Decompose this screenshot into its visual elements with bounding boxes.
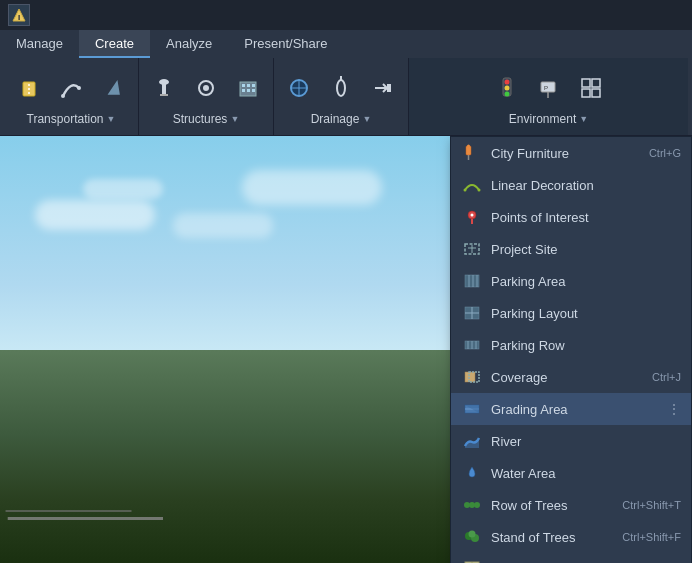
svg-rect-31 [582, 79, 590, 87]
svg-point-39 [478, 189, 481, 192]
drainage-circle-btn[interactable] [280, 68, 318, 108]
svg-point-4 [61, 94, 65, 98]
transportation-curve-btn[interactable] [52, 68, 90, 108]
title-bar: I [0, 0, 692, 30]
parking-row-icon [461, 334, 483, 356]
dropdown-menu: City Furniture Ctrl+G Linear Decoration [450, 136, 692, 563]
svg-rect-32 [592, 79, 600, 87]
environment-label[interactable]: Environment ▼ [509, 112, 588, 126]
structures-building-btn[interactable] [229, 68, 267, 108]
drainage-arrow-btn[interactable] [364, 68, 402, 108]
nav-manage[interactable]: Manage [0, 30, 79, 58]
toolbar: Transportation ▼ [0, 58, 692, 136]
transportation-label[interactable]: Transportation ▼ [27, 112, 116, 126]
structures-lamp-btn[interactable] [145, 68, 183, 108]
drainage-pipe-btn[interactable] [322, 68, 360, 108]
menu-item-parcel[interactable]: Parcel [451, 553, 691, 563]
menu-item-water-area[interactable]: Water Area [451, 457, 691, 489]
svg-rect-15 [242, 89, 245, 92]
structures-circle-btn[interactable] [187, 68, 225, 108]
parking-area-icon [461, 270, 483, 292]
nav-create[interactable]: Create [79, 30, 150, 58]
row-of-trees-icon [461, 494, 483, 516]
menu-item-grading-area[interactable]: Grading Area ⋮ [451, 393, 691, 425]
drainage-chevron: ▼ [362, 114, 371, 124]
menu-item-row-of-trees[interactable]: Row of Trees Ctrl+Shift+T [451, 489, 691, 521]
toolbar-group-environment: P Environment ▼ [409, 58, 688, 135]
transportation-shape-btn[interactable] [94, 68, 132, 108]
city-furniture-icon [461, 142, 483, 164]
grading-area-icon [461, 398, 483, 420]
svg-rect-17 [252, 89, 255, 92]
svg-point-62 [474, 502, 480, 508]
menu-item-parking-area[interactable]: Parking Area [451, 265, 691, 297]
svg-rect-34 [592, 89, 600, 97]
menu-item-stand-of-trees[interactable]: Stand of Trees Ctrl+Shift+F [451, 521, 691, 553]
svg-rect-12 [242, 84, 245, 87]
environment-traffic-btn[interactable] [488, 68, 526, 108]
menu-item-coverage[interactable]: Coverage Ctrl+J [451, 361, 691, 393]
coverage-icon [461, 366, 483, 388]
top-nav: Manage Create Analyze Present/Share [0, 30, 692, 58]
menu-item-points-of-interest[interactable]: Points of Interest [451, 201, 691, 233]
menu-item-linear-decoration[interactable]: Linear Decoration [451, 169, 691, 201]
menu-item-city-furniture[interactable]: City Furniture Ctrl+G [451, 137, 691, 169]
svg-rect-8 [160, 94, 168, 96]
parking-layout-icon [461, 302, 483, 324]
menu-item-project-site[interactable]: Project Site [451, 233, 691, 265]
parcel-icon [461, 558, 483, 563]
svg-point-65 [469, 531, 476, 538]
transportation-chevron: ▼ [107, 114, 116, 124]
linear-decoration-icon [461, 174, 483, 196]
svg-text:P: P [544, 85, 548, 91]
svg-rect-33 [582, 89, 590, 97]
main-content: City Furniture Ctrl+G Linear Decoration [0, 136, 692, 563]
svg-point-38 [464, 189, 467, 192]
drainage-label[interactable]: Drainage ▼ [311, 112, 372, 126]
app-logo: I [8, 4, 30, 26]
svg-rect-14 [252, 84, 255, 87]
water-area-icon [461, 462, 483, 484]
stand-of-trees-icon [461, 526, 483, 548]
svg-text:I: I [18, 13, 20, 22]
menu-item-river[interactable]: River [451, 425, 691, 457]
svg-point-27 [504, 91, 509, 96]
menu-item-parking-row[interactable]: Parking Row [451, 329, 691, 361]
project-site-icon [461, 238, 483, 260]
transportation-road-btn[interactable] [10, 68, 48, 108]
environment-grid-btn[interactable] [572, 68, 610, 108]
nav-present-share[interactable]: Present/Share [228, 30, 343, 58]
points-of-interest-icon [461, 206, 483, 228]
structures-chevron: ▼ [230, 114, 239, 124]
svg-point-21 [337, 80, 345, 96]
nav-analyze[interactable]: Analyze [150, 30, 228, 58]
svg-point-25 [504, 79, 509, 84]
environment-sign-btn[interactable]: P [530, 68, 568, 108]
toolbar-group-structures: Structures ▼ [139, 58, 274, 135]
grading-area-more-icon: ⋮ [667, 401, 681, 417]
river-icon [461, 430, 483, 452]
svg-point-41 [471, 214, 474, 217]
svg-rect-23 [387, 84, 391, 92]
environment-chevron: ▼ [579, 114, 588, 124]
svg-point-5 [77, 86, 81, 90]
svg-point-26 [504, 85, 509, 90]
svg-rect-56 [465, 372, 475, 382]
svg-point-7 [159, 79, 169, 85]
svg-point-36 [467, 145, 470, 148]
menu-item-parking-layout[interactable]: Parking Layout [451, 297, 691, 329]
svg-rect-13 [247, 84, 250, 87]
svg-rect-16 [247, 89, 250, 92]
toolbar-group-drainage: Drainage ▼ [274, 58, 409, 135]
structures-label[interactable]: Structures ▼ [173, 112, 240, 126]
toolbar-group-transportation: Transportation ▼ [4, 58, 139, 135]
svg-point-10 [203, 85, 209, 91]
